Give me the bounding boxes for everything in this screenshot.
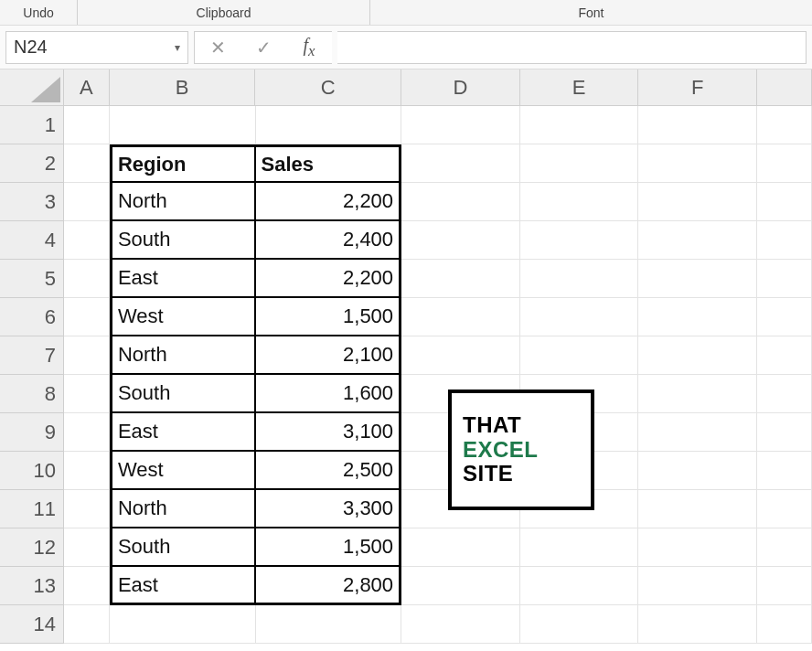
chevron-down-icon[interactable]: ▾ xyxy=(175,41,180,54)
cell-G7[interactable] xyxy=(757,336,812,375)
col-header-A[interactable]: A xyxy=(64,69,110,105)
cell-E2[interactable] xyxy=(520,144,639,183)
ribbon-group-undo[interactable]: Undo xyxy=(0,0,78,25)
cell-G5[interactable] xyxy=(757,260,812,298)
cell-G8[interactable] xyxy=(757,375,812,413)
select-all-corner[interactable] xyxy=(0,69,64,106)
cell-F10[interactable] xyxy=(638,452,757,490)
cancel-formula-button[interactable]: ✕ xyxy=(195,32,240,63)
cell-D4[interactable] xyxy=(401,221,520,260)
row-header-1[interactable]: 1 xyxy=(0,106,63,144)
cell-D13[interactable] xyxy=(401,567,520,605)
cell-D2[interactable] xyxy=(401,144,520,183)
cell-B8[interactable]: South xyxy=(110,375,256,413)
cell-C10[interactable]: 2,500 xyxy=(256,452,402,490)
cell-A13[interactable] xyxy=(64,567,110,605)
cell-D14[interactable] xyxy=(401,605,520,644)
cell-C11[interactable]: 3,300 xyxy=(256,490,402,528)
cell-A10[interactable] xyxy=(64,452,110,490)
ribbon-group-font[interactable]: Font xyxy=(370,0,812,25)
cell-E4[interactable] xyxy=(520,221,639,260)
cell-C13[interactable]: 2,800 xyxy=(256,567,402,605)
cell-B10[interactable]: West xyxy=(110,452,256,490)
cell-G9[interactable] xyxy=(757,413,812,452)
cell-G12[interactable] xyxy=(757,528,812,567)
cell-A14[interactable] xyxy=(64,605,110,644)
cell-F13[interactable] xyxy=(638,567,757,605)
cell-C12[interactable]: 1,500 xyxy=(256,528,402,567)
cell-E1[interactable] xyxy=(520,106,639,144)
cell-F4[interactable] xyxy=(638,221,757,260)
cell-F5[interactable] xyxy=(638,260,757,298)
cell-A7[interactable] xyxy=(64,336,110,375)
cell-F6[interactable] xyxy=(638,298,757,336)
row-header-8[interactable]: 8 xyxy=(0,375,63,413)
cell-C6[interactable]: 1,500 xyxy=(256,298,402,336)
cell-B4[interactable]: South xyxy=(110,221,256,260)
cell-E12[interactable] xyxy=(520,528,639,567)
cell-B9[interactable]: East xyxy=(110,413,256,452)
col-header-F[interactable]: F xyxy=(638,69,757,105)
cell-C14[interactable] xyxy=(256,605,402,644)
row-header-6[interactable]: 6 xyxy=(0,298,63,336)
cell-B6[interactable]: West xyxy=(110,298,256,336)
cell-C2[interactable]: Sales xyxy=(256,144,402,183)
cell-B2[interactable]: Region xyxy=(110,144,256,183)
col-header-C[interactable]: C xyxy=(255,69,401,105)
col-header-B[interactable]: B xyxy=(110,69,256,105)
cell-F8[interactable] xyxy=(638,375,757,413)
cell-G10[interactable] xyxy=(757,452,812,490)
cell-B12[interactable]: South xyxy=(110,528,256,567)
cell-A5[interactable] xyxy=(64,260,110,298)
cell-D3[interactable] xyxy=(401,183,520,221)
cell-G4[interactable] xyxy=(757,221,812,260)
cell-D1[interactable] xyxy=(401,106,520,144)
cell-E13[interactable] xyxy=(520,567,639,605)
cell-G2[interactable] xyxy=(757,144,812,183)
cell-B14[interactable] xyxy=(110,605,256,644)
cell-B1[interactable] xyxy=(110,106,256,144)
col-header-E[interactable]: E xyxy=(520,69,639,105)
cell-G13[interactable] xyxy=(757,567,812,605)
cell-F9[interactable] xyxy=(638,413,757,452)
cell-A12[interactable] xyxy=(64,528,110,567)
cell-E3[interactable] xyxy=(520,183,639,221)
cell-A2[interactable] xyxy=(64,144,110,183)
cell-A11[interactable] xyxy=(64,490,110,528)
cell-A9[interactable] xyxy=(64,413,110,452)
cell-A3[interactable] xyxy=(64,183,110,221)
name-box[interactable]: N24 ▾ xyxy=(5,31,188,64)
column-headers[interactable]: A B C D E F xyxy=(64,69,812,106)
cell-F1[interactable] xyxy=(638,106,757,144)
cells-area[interactable]: Region Sales North 2,200 South 2,400 xyxy=(64,106,812,651)
row-header-9[interactable]: 9 xyxy=(0,413,63,452)
enter-formula-button[interactable]: ✓ xyxy=(240,32,286,63)
row-header-5[interactable]: 5 xyxy=(0,260,63,298)
cell-D6[interactable] xyxy=(401,298,520,336)
row-header-3[interactable]: 3 xyxy=(0,183,63,221)
cell-C1[interactable] xyxy=(256,106,402,144)
cell-A6[interactable] xyxy=(64,298,110,336)
row-header-13[interactable]: 13 xyxy=(0,567,63,605)
cell-G1[interactable] xyxy=(757,106,812,144)
cell-G6[interactable] xyxy=(757,298,812,336)
spreadsheet-grid[interactable]: A B C D E F 1 2 3 4 5 6 7 8 9 10 11 12 1… xyxy=(0,69,812,651)
cell-A1[interactable] xyxy=(64,106,110,144)
row-header-7[interactable]: 7 xyxy=(0,336,63,375)
row-header-2[interactable]: 2 xyxy=(0,144,63,183)
cell-F14[interactable] xyxy=(638,605,757,644)
cell-C4[interactable]: 2,400 xyxy=(256,221,402,260)
cell-G14[interactable] xyxy=(757,605,812,644)
cell-F3[interactable] xyxy=(638,183,757,221)
row-header-12[interactable]: 12 xyxy=(0,528,63,567)
cell-E5[interactable] xyxy=(520,260,639,298)
formula-bar-input[interactable] xyxy=(337,31,807,64)
cell-C7[interactable]: 2,100 xyxy=(256,336,402,375)
cell-B3[interactable]: North xyxy=(110,183,256,221)
cell-A8[interactable] xyxy=(64,375,110,413)
cell-B5[interactable]: East xyxy=(110,260,256,298)
row-headers[interactable]: 1 2 3 4 5 6 7 8 9 10 11 12 13 14 xyxy=(0,106,64,644)
cell-F12[interactable] xyxy=(638,528,757,567)
cell-F2[interactable] xyxy=(638,144,757,183)
row-header-14[interactable]: 14 xyxy=(0,605,63,644)
